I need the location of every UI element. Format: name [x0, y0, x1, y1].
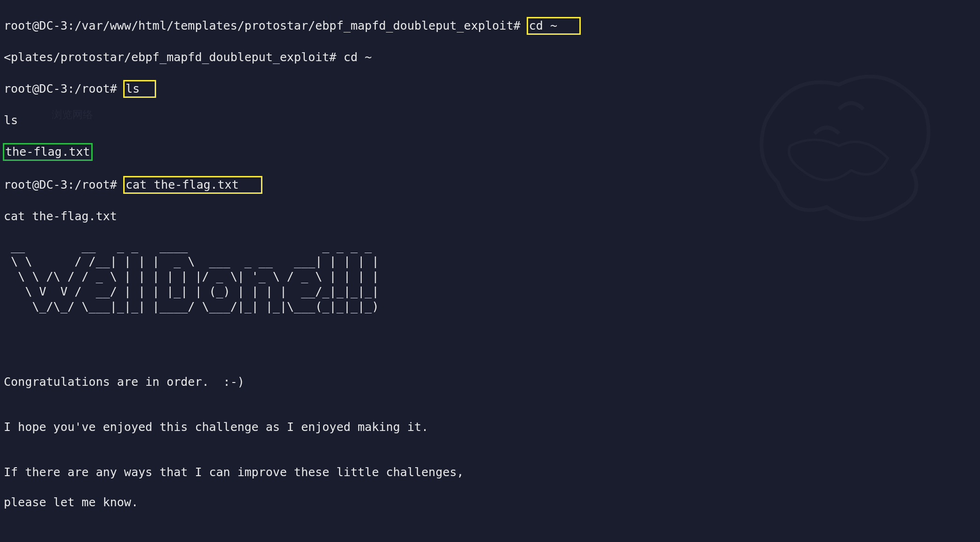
shell-prompt: root@DC-3:/var/www/html/templates/protos…	[4, 19, 528, 32]
echo-line-2: ls	[4, 113, 976, 128]
file-highlight: the-flag.txt	[3, 143, 93, 161]
prompt-line-2: root@DC-3:/root# ls	[4, 80, 976, 98]
echo-line-3: cat the-flag.txt	[4, 209, 976, 224]
file-name: the-flag.txt	[5, 145, 90, 159]
command-highlight-cd: cd ~	[527, 17, 581, 35]
message-improve-a: If there are any ways that I can improve…	[4, 465, 976, 480]
ascii-art-banner: __ __ _ _ ____ _ _ _ _ \ \ / /__| | | | …	[4, 239, 976, 329]
message-enjoyed: I hope you've enjoyed this challenge as …	[4, 420, 976, 435]
prompt-line-1: root@DC-3:/var/www/html/templates/protos…	[4, 17, 976, 35]
command-highlight-cat: cat the-flag.txt	[123, 176, 262, 194]
shell-prompt: root@DC-3:/root#	[4, 178, 124, 191]
command-text: cat the-flag.txt	[126, 178, 239, 191]
file-listing-line: the-flag.txt	[4, 143, 976, 161]
command-text: cd ~	[529, 19, 557, 32]
message-improve-b: please let me know.	[4, 495, 976, 510]
terminal-output[interactable]: root@DC-3:/var/www/html/templates/protos…	[4, 2, 976, 542]
message-congrats: Congratulations are in order. :-)	[4, 375, 976, 390]
shell-prompt: root@DC-3:/root#	[4, 82, 124, 96]
prompt-line-3: root@DC-3:/root# cat the-flag.txt	[4, 176, 976, 194]
echo-line-1: <plates/protostar/ebpf_mapfd_doubleput_e…	[4, 50, 976, 65]
message-twitter: As per usual, comments and complaints ca…	[4, 540, 976, 542]
command-highlight-ls: ls	[123, 80, 156, 98]
command-text: ls	[126, 82, 140, 96]
